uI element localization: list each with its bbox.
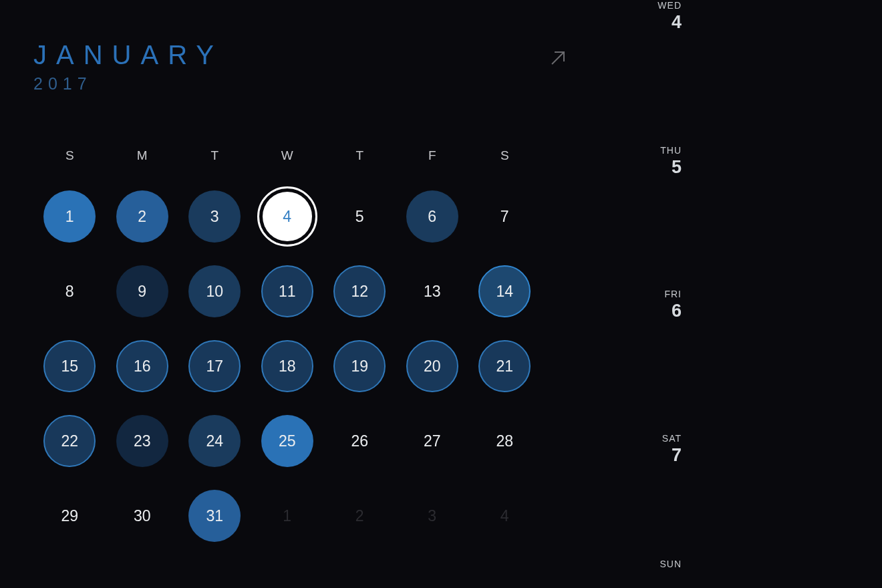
day-cell: 19 [323,329,396,404]
day-button[interactable]: 1 [43,190,96,243]
day-cell: 8 [33,254,106,329]
day-cell: 21 [468,329,541,404]
day-cell: 9 [106,254,179,329]
day-cell: 3 [396,478,469,553]
day-cell: 6 [396,179,469,254]
day-cell: 13 [396,254,469,329]
day-button[interactable]: 7 [478,190,531,243]
day-button[interactable]: 28 [478,415,531,467]
weekday-header: T [323,148,396,163]
day-button-other-month[interactable]: 3 [406,490,458,542]
day-button[interactable]: 6 [406,190,458,243]
day-button[interactable]: 23 [116,415,168,467]
day-button[interactable]: 11 [261,265,313,317]
weekday-header: W [251,148,324,163]
day-cell: 18 [251,329,324,404]
day-cell: 23 [106,404,179,478]
day-button[interactable]: 5 [333,190,386,243]
day-cell: 4 [251,179,324,254]
weekday-header: F [396,148,469,163]
day-cell: 1 [251,478,324,553]
day-cell: 25 [251,404,324,478]
day-button[interactable]: 16 [116,340,168,392]
day-button[interactable]: 2 [116,190,168,243]
month-grid: 1234567891011121314151617181920212223242… [33,179,655,553]
weekday-header: S [33,148,106,163]
day-button[interactable]: 10 [188,265,241,317]
day-button-other-month[interactable]: 4 [478,490,531,542]
day-button[interactable]: 14 [478,265,531,317]
day-button-today[interactable]: 4 [257,186,317,247]
day-cell: 2 [323,478,396,553]
weekday-header: T [178,148,251,163]
day-button[interactable]: 9 [116,265,168,317]
month-panel: JANUARY 2017 SMTWTFS 1234567891011121314… [0,0,688,588]
day-button[interactable]: 19 [333,340,386,392]
day-cell: 29 [33,478,106,553]
expand-arrow-icon[interactable] [548,48,568,68]
day-button[interactable]: 31 [188,490,241,542]
month-name: JANUARY [33,40,223,70]
day-cell: 4 [468,478,541,553]
day-button[interactable]: 24 [188,415,241,467]
day-cell: 12 [323,254,396,329]
day-cell: 31 [178,478,251,553]
day-cell: 17 [178,329,251,404]
day-number: 4 [263,192,312,241]
day-button[interactable]: 20 [406,340,458,392]
day-cell: 30 [106,478,179,553]
day-cell: 24 [178,404,251,478]
day-cell: 2 [106,179,179,254]
day-cell: 26 [323,404,396,478]
day-button-other-month[interactable]: 2 [333,490,386,542]
day-cell: 1 [33,179,106,254]
day-button[interactable]: 30 [116,490,168,542]
day-button[interactable]: 15 [43,340,96,392]
weekday-header: M [106,148,179,163]
day-button[interactable]: 12 [333,265,386,317]
day-cell: 3 [178,179,251,254]
day-cell: 27 [396,404,469,478]
day-button[interactable]: 21 [478,340,531,392]
day-button[interactable]: 18 [261,340,313,392]
day-cell: 28 [468,404,541,478]
day-cell: 14 [468,254,541,329]
day-button-other-month[interactable]: 1 [261,490,313,542]
day-cell: 20 [396,329,469,404]
month-header: JANUARY 2017 [33,40,655,94]
day-button[interactable]: 27 [406,415,458,467]
day-button[interactable]: 22 [43,415,96,467]
weekday-header: S [468,148,541,163]
day-button[interactable]: 25 [261,415,313,467]
day-cell: 16 [106,329,179,404]
day-cell: 5 [323,179,396,254]
day-cell: 10 [178,254,251,329]
day-cell: 22 [33,404,106,478]
day-button[interactable]: 3 [188,190,241,243]
month-year: 2017 [33,74,223,94]
day-cell: 7 [468,179,541,254]
month-title: JANUARY 2017 [33,40,223,94]
day-cell: 15 [33,329,106,404]
day-button[interactable]: 26 [333,415,386,467]
day-button[interactable]: 17 [188,340,241,392]
day-cell: 11 [251,254,324,329]
day-button[interactable]: 8 [43,265,96,317]
weekday-header-row: SMTWTFS [33,148,655,163]
day-button[interactable]: 29 [43,490,96,542]
day-button[interactable]: 13 [406,265,458,317]
